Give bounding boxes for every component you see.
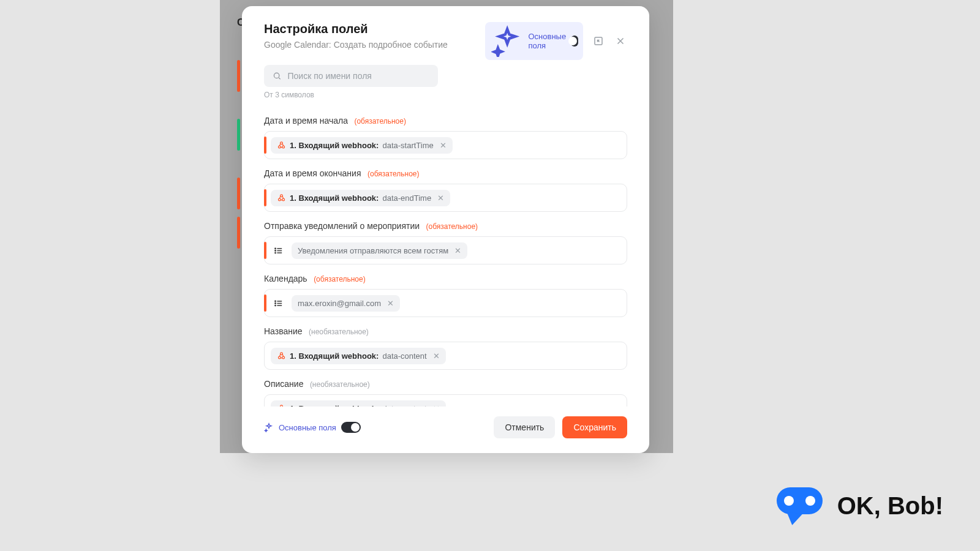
chip-remove-icon[interactable]: ✕ [433, 351, 440, 361]
chip-remove-icon[interactable]: ✕ [387, 299, 394, 308]
field-desc[interactable]: 1. Входящий webhook: data-content ✕ [264, 394, 627, 407]
search-icon [273, 71, 281, 81]
svg-point-3 [282, 146, 285, 148]
chip-webhook[interactable]: 1. Входящий webhook: data-content ✕ [271, 348, 446, 364]
sparkle-icon [264, 422, 274, 432]
chip-value: data-startTime [382, 141, 433, 150]
required-tag: (обязательное) [426, 222, 478, 231]
chip-value[interactable]: max.eroxin@gmail.com ✕ [292, 295, 400, 312]
svg-point-6 [282, 198, 285, 201]
field-label-name: Название [264, 326, 303, 336]
basic-fields-footer[interactable]: Основные поля [264, 419, 361, 436]
cancel-button[interactable]: Отменить [494, 416, 555, 438]
chip-source: 1. Входящий webhook: [290, 351, 379, 361]
chip-remove-icon[interactable]: ✕ [437, 193, 444, 203]
chip-remove-icon[interactable]: ✕ [454, 246, 461, 255]
svg-point-11 [274, 301, 275, 301]
required-tag: (обязательное) [368, 170, 420, 178]
list-icon[interactable] [271, 296, 285, 310]
required-tag: (обязательное) [314, 275, 366, 283]
brand-ok-bob: OK, Bob! [777, 487, 943, 524]
expand-icon[interactable] [592, 34, 605, 48]
svg-point-12 [274, 303, 275, 304]
modal-subtitle: Google Calendar: Создать подробное событ… [264, 40, 448, 50]
brand-logo-icon [777, 487, 823, 524]
field-label-start: Дата и время начала [264, 116, 348, 126]
chip-remove-icon[interactable]: ✕ [433, 404, 440, 407]
optional-tag: (необязательное) [310, 380, 370, 389]
svg-point-5 [279, 198, 281, 201]
chip-source: 1. Входящий webhook: [290, 404, 379, 407]
sparkle-icon [491, 25, 523, 57]
basic-fields-toggle[interactable] [571, 36, 578, 47]
field-label-notify: Отправка уведомлений о мероприятии [264, 221, 420, 231]
field-label-calendar: Календарь [264, 274, 307, 283]
chip-remove-icon[interactable]: ✕ [440, 141, 447, 150]
chip-source: 1. Входящий webhook: [290, 193, 379, 203]
svg-point-19 [281, 405, 283, 407]
chip-value: data-content [382, 404, 426, 407]
chip-text: Уведомления отправляются всем гостям [298, 246, 448, 255]
field-name[interactable]: 1. Входящий webhook: data-content ✕ [264, 342, 627, 370]
modal-title: Настройка полей [264, 22, 448, 36]
list-icon[interactable] [271, 243, 285, 258]
svg-point-15 [282, 356, 285, 359]
close-icon[interactable] [614, 34, 627, 48]
field-end[interactable]: 1. Входящий webhook: data-endTime ✕ [264, 184, 627, 212]
basic-fields-toggle-footer[interactable] [341, 422, 361, 433]
svg-point-13 [274, 305, 275, 305]
field-label-desc: Описание [264, 379, 303, 389]
webhook-icon [277, 141, 286, 150]
webhook-icon [277, 404, 286, 407]
field-calendar[interactable]: max.eroxin@gmail.com ✕ [264, 289, 627, 317]
search-input[interactable] [287, 71, 429, 81]
svg-point-1 [274, 73, 279, 78]
svg-point-10 [274, 252, 275, 253]
webhook-icon [277, 351, 286, 361]
svg-point-9 [274, 250, 275, 251]
basic-fields-pill[interactable]: Основные поля [485, 22, 583, 60]
field-notify[interactable]: Уведомления отправляются всем гостям ✕ [264, 236, 627, 264]
chip-source: 1. Входящий webhook: [290, 141, 379, 150]
webhook-icon [277, 193, 286, 203]
optional-tag: (необязательное) [309, 328, 369, 336]
save-button[interactable]: Сохранить [562, 416, 627, 438]
brand-text: OK, Bob! [837, 492, 943, 520]
chip-value: data-endTime [382, 193, 431, 203]
svg-point-8 [274, 248, 275, 249]
basic-fields-label: Основные поля [279, 423, 336, 432]
required-tag: (обязательное) [354, 117, 406, 126]
search-hint: От 3 символов [264, 91, 627, 99]
chip-webhook[interactable]: 1. Входящий webhook: data-content ✕ [271, 400, 446, 407]
basic-fields-label: Основные поля [529, 32, 567, 50]
chip-webhook[interactable]: 1. Входящий webhook: data-endTime ✕ [271, 190, 450, 206]
chip-value: data-content [382, 351, 426, 361]
field-settings-modal: Настройка полей Google Calendar: Создать… [242, 6, 649, 453]
chip-value[interactable]: Уведомления отправляются всем гостям ✕ [292, 242, 467, 259]
field-search[interactable] [264, 65, 438, 87]
chip-webhook[interactable]: 1. Входящий webhook: data-startTime ✕ [271, 137, 453, 154]
chip-text: max.eroxin@gmail.com [298, 299, 381, 308]
svg-point-2 [279, 146, 281, 148]
field-start[interactable]: 1. Входящий webhook: data-startTime ✕ [264, 131, 627, 159]
svg-point-14 [279, 356, 281, 359]
field-label-end: Дата и время окончания [264, 168, 361, 178]
